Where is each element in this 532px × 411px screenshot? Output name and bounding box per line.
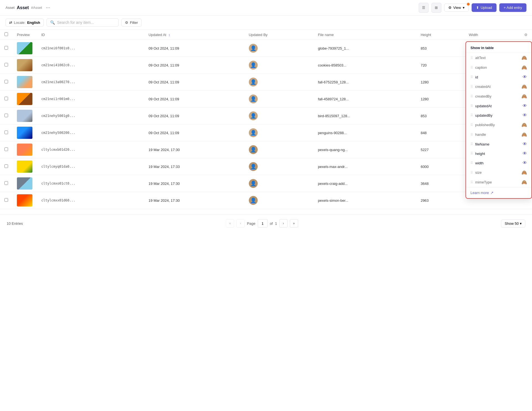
table-row[interactable]: cltylcmxo01ct0... 19 Mar 2024, 17:30 👤 p… xyxy=(0,175,532,192)
visibility-toggle[interactable]: 🙈 xyxy=(521,55,527,60)
preview-image xyxy=(17,93,32,105)
row-id: cm21nei41002c0... xyxy=(37,57,144,74)
dropdown-field-item[interactable]: ⠿ fileName 👁 xyxy=(466,139,531,149)
upload-label: Upload xyxy=(481,6,492,10)
add-entry-button[interactable]: + Add entry xyxy=(499,3,526,12)
top-bar: Asset Asset #Asset ··· ☰ ⊞ ⚙ View ▾ ⬆ Up… xyxy=(0,0,532,16)
breadcrumb-asset[interactable]: Asset xyxy=(6,6,15,10)
row-id: cm21nei6f001s0... xyxy=(37,40,144,57)
more-options-button[interactable]: ··· xyxy=(44,4,52,11)
visibility-toggle[interactable]: 🙈 xyxy=(521,94,527,99)
table-row[interactable]: cm21nehy500200... 09 Oct 2024, 11:09 👤 p… xyxy=(0,124,532,141)
height-col-header: Height xyxy=(416,30,464,40)
row-updated-by: 👤 xyxy=(244,124,314,141)
row-updated-by: 👤 xyxy=(244,158,314,175)
visibility-toggle[interactable]: 👁 xyxy=(523,142,527,147)
row-id: cltylcmyq01da0... xyxy=(37,158,144,175)
drag-handle-icon: ⠿ xyxy=(470,113,473,117)
dropdown-field-item[interactable]: ⠿ createdAt 🙈 xyxy=(466,82,531,91)
field-item-left: ⠿ id xyxy=(470,75,478,79)
row-checkbox[interactable] xyxy=(0,192,12,209)
row-checkbox[interactable] xyxy=(0,108,12,124)
row-updated-by: 👤 xyxy=(244,91,314,108)
upload-button[interactable]: ⬆ Upload xyxy=(472,3,497,12)
row-height: 848 xyxy=(416,124,464,141)
last-page-button[interactable]: » xyxy=(290,219,298,228)
row-updated-at: 09 Oct 2024, 11:09 xyxy=(144,74,244,91)
visibility-toggle[interactable]: 🙈 xyxy=(521,180,527,185)
visibility-toggle[interactable]: 🙈 xyxy=(521,122,527,127)
row-preview xyxy=(12,192,37,209)
table-body: cm21nei6f001s0... 09 Oct 2024, 11:09 👤 g… xyxy=(0,40,532,209)
locale-button[interactable]: ⇄ Locale: English xyxy=(6,19,44,27)
row-preview xyxy=(12,40,37,57)
visibility-toggle[interactable]: 👁 xyxy=(523,75,527,80)
visibility-toggle[interactable]: 👁 xyxy=(523,113,527,118)
preview-image xyxy=(17,76,32,88)
search-box[interactable]: 🔍 Search for any item... xyxy=(47,18,119,27)
show-count-button[interactable]: Show 50 ▾ xyxy=(501,219,525,228)
filter-button[interactable]: ⚙ Filter xyxy=(121,19,142,27)
preview-image xyxy=(17,110,32,122)
dropdown-field-item[interactable]: ⠿ mimeType 🙈 xyxy=(466,177,531,187)
dropdown-field-item[interactable]: ⠿ createdBy 🙈 xyxy=(466,91,531,101)
checkbox-col-header[interactable] xyxy=(0,30,12,40)
dropdown-field-item[interactable]: ⠿ altText 🙈 xyxy=(466,53,531,63)
visibility-toggle[interactable]: 🙈 xyxy=(521,65,527,70)
table-row[interactable]: cm21nehy5001g0... 09 Oct 2024, 11:09 👤 b… xyxy=(0,108,532,124)
row-checkbox[interactable] xyxy=(0,141,12,158)
row-updated-at: 09 Oct 2024, 11:09 xyxy=(144,124,244,141)
row-checkbox[interactable] xyxy=(0,91,12,108)
settings-col-header[interactable]: ⚙ xyxy=(520,30,532,40)
page-number-input[interactable] xyxy=(258,219,268,228)
row-id: cm21nehy5001g0... xyxy=(37,108,144,124)
id-col-header: ID xyxy=(37,30,144,40)
dropdown-field-item[interactable]: ⠿ height 👁 xyxy=(466,149,531,158)
dropdown-field-item[interactable]: ⠿ caption 🙈 xyxy=(466,63,531,72)
dropdown-field-item[interactable]: ⠿ publishedBy 🙈 xyxy=(466,120,531,130)
first-page-button[interactable]: « xyxy=(226,219,234,228)
dropdown-field-item[interactable]: ⠿ id 👁 xyxy=(466,72,531,82)
table-row[interactable]: cm21nei1r001m0... 09 Oct 2024, 11:09 👤 f… xyxy=(0,91,532,108)
dropdown-field-item[interactable]: ⠿ handle 🙈 xyxy=(466,130,531,139)
table-row[interactable]: cm21nei6f001s0... 09 Oct 2024, 11:09 👤 g… xyxy=(0,40,532,57)
visibility-toggle[interactable]: 👁 xyxy=(523,160,527,165)
row-checkbox[interactable] xyxy=(0,57,12,74)
table-row[interactable]: cm21nei41002c0... 09 Oct 2024, 11:09 👤 c… xyxy=(0,57,532,74)
dropdown-field-item[interactable]: ⠿ updatedAt 👁 xyxy=(466,101,531,111)
settings-icon[interactable]: ⚙ xyxy=(524,33,528,37)
prev-page-button[interactable]: ‹ xyxy=(236,219,245,228)
row-checkbox[interactable] xyxy=(0,124,12,141)
dropdown-field-item[interactable]: ⠿ width 👁 xyxy=(466,158,531,168)
table-row[interactable]: cltylcmxb01d20... 19 Mar 2024, 17:30 👤 p… xyxy=(0,141,532,158)
visibility-toggle[interactable]: 👁 xyxy=(523,151,527,156)
field-item-left: ⠿ size xyxy=(470,170,482,175)
visibility-toggle[interactable]: 🙈 xyxy=(521,170,527,175)
row-checkbox[interactable] xyxy=(0,74,12,91)
visibility-toggle[interactable]: 🙈 xyxy=(521,84,527,89)
visibility-toggle[interactable]: 🙈 xyxy=(521,132,527,137)
row-updated-by: 👤 xyxy=(244,74,314,91)
table-row[interactable]: cltylcmxx01d60... 19 Mar 2024, 17:30 👤 p… xyxy=(0,192,532,209)
list-view-button[interactable]: ☰ xyxy=(419,3,429,13)
row-checkbox[interactable] xyxy=(0,175,12,192)
dropdown-field-item[interactable]: ⠿ updatedBy 👁 xyxy=(466,111,531,120)
drag-handle-icon: ⠿ xyxy=(470,171,473,175)
external-link-icon: ↗ xyxy=(490,191,493,195)
row-checkbox[interactable] xyxy=(0,158,12,175)
dropdown-field-item[interactable]: ⠿ size 🙈 xyxy=(466,168,531,177)
select-all-checkbox[interactable] xyxy=(4,32,8,36)
learn-more-link[interactable]: Learn more ↗ xyxy=(466,187,531,198)
grid-view-button[interactable]: ⊞ xyxy=(431,3,441,13)
row-checkbox[interactable] xyxy=(0,40,12,57)
row-height: 720 xyxy=(416,57,464,74)
updated-at-col-header[interactable]: Updated At ↕ xyxy=(144,30,244,40)
visibility-toggle[interactable]: 👁 xyxy=(523,103,527,108)
table-row[interactable]: cm21nei3a00270... 09 Oct 2024, 11:09 👤 f… xyxy=(0,74,532,91)
total-pages: 1 xyxy=(275,221,277,226)
row-updated-at: 19 Mar 2024, 17:30 xyxy=(144,141,244,158)
table-row[interactable]: cltylcmyq01da0... 19 Mar 2024, 17:33 👤 p… xyxy=(0,158,532,175)
field-item-left: ⠿ createdBy xyxy=(470,94,492,98)
next-page-button[interactable]: › xyxy=(279,219,288,228)
view-button[interactable]: ⚙ View ▾ xyxy=(444,4,469,12)
